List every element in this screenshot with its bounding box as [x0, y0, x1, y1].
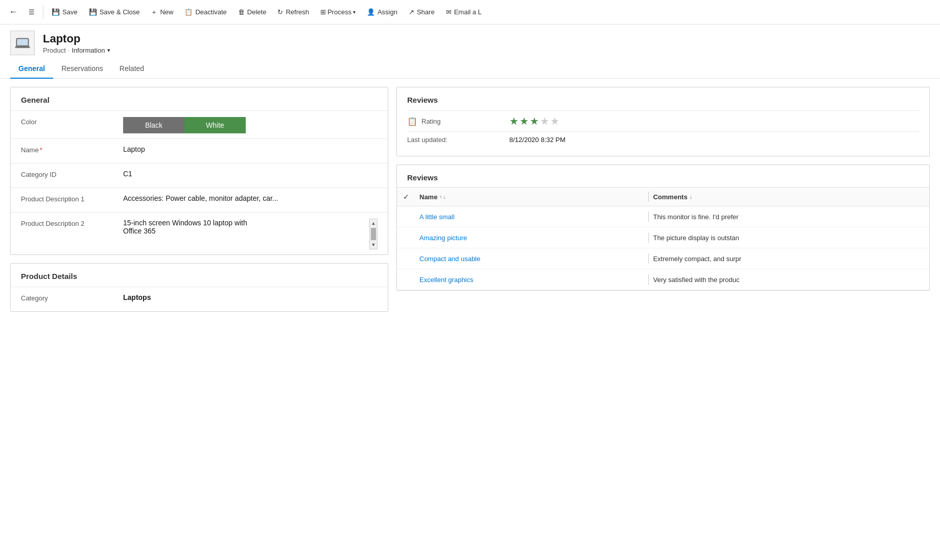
product-desc2-text: 15-inch screen Windows 10 laptop withOff… [123, 219, 367, 235]
sort-desc-icon[interactable]: ↓ [443, 194, 445, 200]
breadcrumb-entity: Product [43, 46, 66, 54]
row-separator-4 [648, 274, 649, 285]
email-icon: ✉ [446, 8, 452, 16]
save-label: Save [62, 8, 78, 16]
tab-reservations[interactable]: Reservations [53, 59, 111, 79]
last-updated-value: 8/12/2020 8:32 PM [509, 136, 566, 144]
star-5: ★ [550, 115, 559, 127]
new-icon: ＋ [151, 8, 157, 17]
back-icon: ← [9, 7, 18, 17]
reviews-table-title: Reviews [397, 165, 929, 187]
row-separator-2 [648, 232, 649, 243]
name-column-header[interactable]: Name ↑ ↓ [419, 193, 644, 201]
scroll-up-button[interactable]: ▲ [369, 219, 378, 227]
tabs: General Reservations Related [0, 59, 940, 79]
tab-general[interactable]: General [10, 59, 53, 79]
record-icon-button[interactable]: ☰ [24, 5, 40, 19]
category-id-label: Category ID [21, 169, 123, 178]
entity-header: Laptop Product · Information ▾ [0, 25, 940, 59]
process-icon: ⊞ [320, 8, 326, 16]
checkmark-icon: ✓ [403, 193, 409, 201]
entity-info: Laptop Product · Information ▾ [43, 32, 110, 54]
product-desc2-label: Product Description 2 [21, 218, 123, 227]
review-comment-2: The picture display is outstan [653, 234, 923, 242]
star-1: ★ [509, 115, 519, 127]
breadcrumb-view-dropdown[interactable]: Information ▾ [72, 46, 110, 54]
review-row[interactable]: A little small This monitor is fine. I'd… [397, 206, 929, 227]
new-button[interactable]: ＋ New [146, 5, 178, 20]
assign-label: Assign [378, 8, 397, 16]
color-black-button[interactable]: Black [123, 117, 184, 133]
breadcrumb-chevron-icon: ▾ [107, 47, 110, 54]
vertical-scrollbar[interactable]: ▲ ▼ [369, 219, 378, 249]
review-name-3[interactable]: Compact and usable [419, 255, 644, 263]
process-button[interactable]: ⊞ Process ▾ [315, 5, 361, 19]
general-section-title: General [11, 87, 388, 110]
share-button[interactable]: ↗ Share [404, 5, 440, 19]
toolbar: ← ☰ 💾 Save 💾 Save & Close ＋ New 📋 Deacti… [0, 0, 940, 25]
rating-row: 📋 Rating ★ ★ ★ ★ ★ [407, 110, 919, 131]
name-label: Name* [21, 144, 123, 154]
review-row[interactable]: Amazing picture The picture display is o… [397, 227, 929, 248]
scroll-field: 15-inch screen Windows 10 laptop withOff… [123, 219, 378, 249]
category-id-value: C1 [123, 169, 378, 178]
tab-related[interactable]: Related [111, 59, 152, 79]
laptop-icon [14, 35, 31, 51]
product-desc2-value: 15-inch screen Windows 10 laptop withOff… [123, 218, 378, 249]
color-value: Black White [123, 116, 378, 133]
entity-title: Laptop [43, 32, 110, 45]
refresh-icon: ↻ [277, 8, 283, 16]
refresh-label: Refresh [286, 8, 309, 16]
main-content: General Color Black White [0, 79, 940, 320]
reviews-rating-card: Reviews 📋 Rating ★ ★ ★ ★ ★ Last updated:… [396, 87, 930, 156]
comments-column-header[interactable]: Comments ↓ [653, 193, 923, 201]
name-sort-icons: ↑ ↓ [439, 194, 445, 200]
review-name-1[interactable]: A little small [419, 213, 644, 221]
email-button[interactable]: ✉ Email a L [441, 5, 487, 19]
new-label: New [160, 8, 173, 16]
scroll-thumb[interactable] [371, 228, 376, 240]
category-field-row: Category Laptops [11, 287, 388, 311]
color-white-button[interactable]: White [184, 117, 246, 133]
review-comment-1: This monitor is fine. I'd prefer [653, 213, 923, 221]
color-buttons: Black White [123, 117, 378, 133]
star-2: ★ [520, 115, 529, 127]
save-button[interactable]: 💾 Save [46, 5, 83, 19]
deactivate-icon: 📋 [184, 8, 193, 16]
product-desc1-label: Product Description 1 [21, 193, 123, 203]
save-close-button[interactable]: 💾 Save & Close [84, 5, 145, 19]
assign-icon: 👤 [367, 8, 375, 16]
product-desc1-field-row: Product Description 1 Accessories: Power… [11, 188, 388, 212]
deactivate-button[interactable]: 📋 Deactivate [179, 5, 231, 19]
review-row[interactable]: Excellent graphics Very satisfied with t… [397, 269, 929, 290]
select-all-column: ✓ [403, 193, 419, 201]
breadcrumb: Product · Information ▾ [43, 46, 110, 54]
review-name-4[interactable]: Excellent graphics [419, 276, 644, 284]
column-separator [648, 192, 649, 202]
scroll-down-button[interactable]: ▼ [369, 241, 378, 249]
delete-label: Delete [247, 8, 267, 16]
refresh-button[interactable]: ↻ Refresh [272, 5, 314, 19]
reviews-rating-title: Reviews [407, 96, 919, 104]
share-icon: ↗ [409, 8, 414, 16]
entity-icon [10, 31, 35, 55]
back-button[interactable]: ← [4, 3, 22, 21]
delete-icon: 🗑 [238, 8, 245, 16]
right-column: Reviews 📋 Rating ★ ★ ★ ★ ★ Last updated:… [396, 87, 930, 291]
last-updated-label: Last updated: [407, 136, 509, 144]
review-row[interactable]: Compact and usable Extremely compact, an… [397, 248, 929, 269]
category-id-field-row: Category ID C1 [11, 163, 388, 188]
review-comment-3: Extremely compact, and surpr [653, 255, 923, 263]
delete-button[interactable]: 🗑 Delete [233, 5, 272, 19]
sort-asc-icon[interactable]: ↑ [439, 194, 442, 200]
review-name-2[interactable]: Amazing picture [419, 234, 644, 242]
left-column: General Color Black White [10, 87, 388, 312]
email-label: Email a L [454, 8, 482, 16]
assign-button[interactable]: 👤 Assign [362, 5, 403, 19]
record-icon: ☰ [29, 8, 35, 16]
comments-sort-icon[interactable]: ↓ [690, 194, 692, 200]
name-field-row: Name* Laptop [11, 138, 388, 163]
category-value: Laptops [123, 292, 378, 301]
product-desc2-field-row: Product Description 2 15-inch screen Win… [11, 212, 388, 254]
reviews-table-card: Reviews ✓ Name ↑ ↓ Comments ↓ [396, 165, 930, 291]
